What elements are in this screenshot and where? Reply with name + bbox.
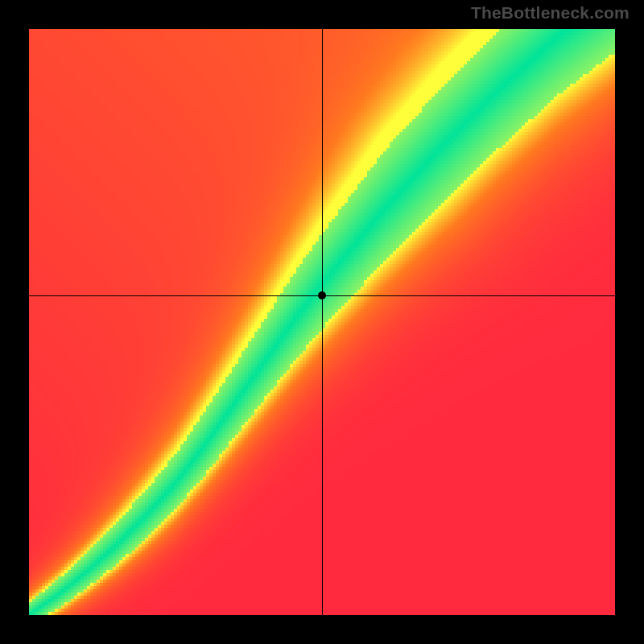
crosshair-vertical bbox=[322, 29, 323, 615]
selected-point-marker bbox=[318, 291, 326, 299]
watermark-text: TheBottleneck.com bbox=[471, 3, 630, 23]
bottleneck-heatmap bbox=[29, 29, 615, 615]
